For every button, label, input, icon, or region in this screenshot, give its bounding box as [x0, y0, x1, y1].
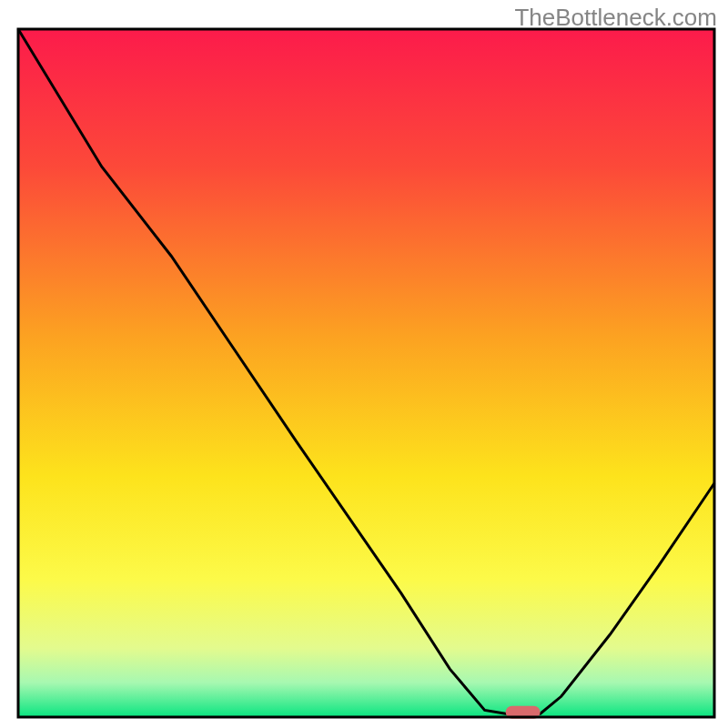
watermark-text: TheBottleneck.com — [514, 4, 717, 32]
bottleneck-chart — [0, 0, 728, 728]
chart-gradient-background — [18, 29, 714, 717]
